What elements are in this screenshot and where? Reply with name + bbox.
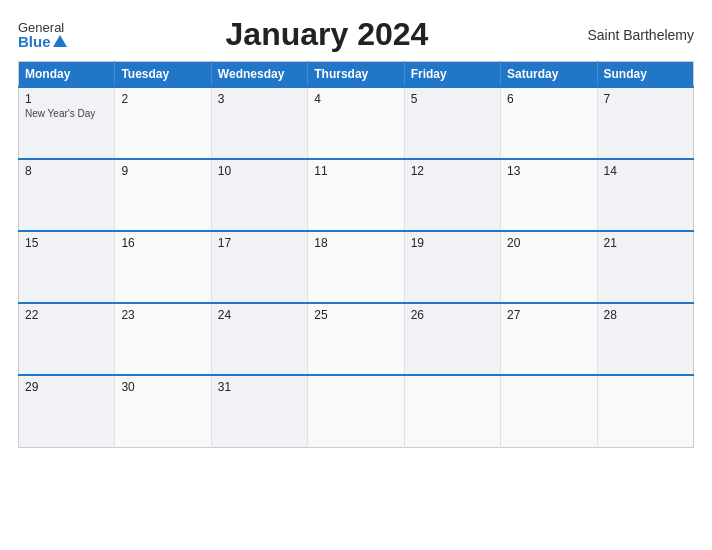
day-number: 21 (604, 236, 687, 250)
calendar-cell: 16 (115, 231, 211, 303)
day-number: 4 (314, 92, 397, 106)
day-number: 29 (25, 380, 108, 394)
calendar-week-row: 891011121314 (19, 159, 694, 231)
calendar-week-row: 15161718192021 (19, 231, 694, 303)
weekday-header-saturday: Saturday (501, 62, 597, 88)
day-number: 24 (218, 308, 301, 322)
day-number: 14 (604, 164, 687, 178)
day-number: 1 (25, 92, 108, 106)
calendar-cell (501, 375, 597, 447)
calendar-cell: 7 (597, 87, 693, 159)
calendar-week-row: 1New Year's Day234567 (19, 87, 694, 159)
calendar-cell: 23 (115, 303, 211, 375)
calendar-page: General Blue January 2024 Saint Barthele… (0, 0, 712, 550)
day-number: 11 (314, 164, 397, 178)
calendar-cell: 10 (211, 159, 307, 231)
calendar-cell: 30 (115, 375, 211, 447)
day-number: 19 (411, 236, 494, 250)
calendar-cell: 18 (308, 231, 404, 303)
weekday-row: MondayTuesdayWednesdayThursdayFridaySatu… (19, 62, 694, 88)
calendar-cell (308, 375, 404, 447)
calendar-cell: 11 (308, 159, 404, 231)
day-number: 12 (411, 164, 494, 178)
logo: General Blue (18, 21, 67, 49)
calendar-cell: 9 (115, 159, 211, 231)
day-number: 9 (121, 164, 204, 178)
weekday-header-sunday: Sunday (597, 62, 693, 88)
day-number: 26 (411, 308, 494, 322)
day-number: 10 (218, 164, 301, 178)
weekday-header-thursday: Thursday (308, 62, 404, 88)
logo-triangle-icon (53, 35, 67, 47)
day-number: 20 (507, 236, 590, 250)
header: General Blue January 2024 Saint Barthele… (18, 16, 694, 53)
calendar-cell: 22 (19, 303, 115, 375)
calendar-title: January 2024 (67, 16, 588, 53)
calendar-event: New Year's Day (25, 108, 95, 119)
calendar-cell: 1New Year's Day (19, 87, 115, 159)
calendar-cell: 25 (308, 303, 404, 375)
calendar-cell: 26 (404, 303, 500, 375)
day-number: 7 (604, 92, 687, 106)
calendar-cell: 3 (211, 87, 307, 159)
calendar-cell (404, 375, 500, 447)
day-number: 16 (121, 236, 204, 250)
calendar-cell: 21 (597, 231, 693, 303)
calendar-cell: 12 (404, 159, 500, 231)
day-number: 28 (604, 308, 687, 322)
logo-blue-text: Blue (18, 34, 67, 49)
calendar-cell: 31 (211, 375, 307, 447)
day-number: 3 (218, 92, 301, 106)
day-number: 5 (411, 92, 494, 106)
logo-general-text: General (18, 21, 67, 34)
weekday-header-wednesday: Wednesday (211, 62, 307, 88)
calendar-cell: 8 (19, 159, 115, 231)
day-number: 23 (121, 308, 204, 322)
day-number: 13 (507, 164, 590, 178)
calendar-cell: 28 (597, 303, 693, 375)
weekday-header-tuesday: Tuesday (115, 62, 211, 88)
day-number: 30 (121, 380, 204, 394)
weekday-header-monday: Monday (19, 62, 115, 88)
day-number: 22 (25, 308, 108, 322)
day-number: 27 (507, 308, 590, 322)
calendar-body: 1New Year's Day2345678910111213141516171… (19, 87, 694, 447)
calendar-week-row: 22232425262728 (19, 303, 694, 375)
day-number: 8 (25, 164, 108, 178)
day-number: 18 (314, 236, 397, 250)
calendar-cell: 13 (501, 159, 597, 231)
calendar-cell: 5 (404, 87, 500, 159)
region-label: Saint Barthelemy (587, 27, 694, 43)
day-number: 17 (218, 236, 301, 250)
day-number: 15 (25, 236, 108, 250)
calendar-header: MondayTuesdayWednesdayThursdayFridaySatu… (19, 62, 694, 88)
calendar-cell: 6 (501, 87, 597, 159)
calendar-cell: 14 (597, 159, 693, 231)
day-number: 6 (507, 92, 590, 106)
weekday-header-friday: Friday (404, 62, 500, 88)
calendar-cell (597, 375, 693, 447)
calendar-cell: 20 (501, 231, 597, 303)
calendar-cell: 2 (115, 87, 211, 159)
calendar-cell: 19 (404, 231, 500, 303)
day-number: 2 (121, 92, 204, 106)
calendar-week-row: 293031 (19, 375, 694, 447)
day-number: 31 (218, 380, 301, 394)
calendar-cell: 29 (19, 375, 115, 447)
day-number: 25 (314, 308, 397, 322)
calendar-table: MondayTuesdayWednesdayThursdayFridaySatu… (18, 61, 694, 448)
calendar-cell: 4 (308, 87, 404, 159)
calendar-cell: 17 (211, 231, 307, 303)
calendar-cell: 27 (501, 303, 597, 375)
calendar-cell: 15 (19, 231, 115, 303)
calendar-cell: 24 (211, 303, 307, 375)
